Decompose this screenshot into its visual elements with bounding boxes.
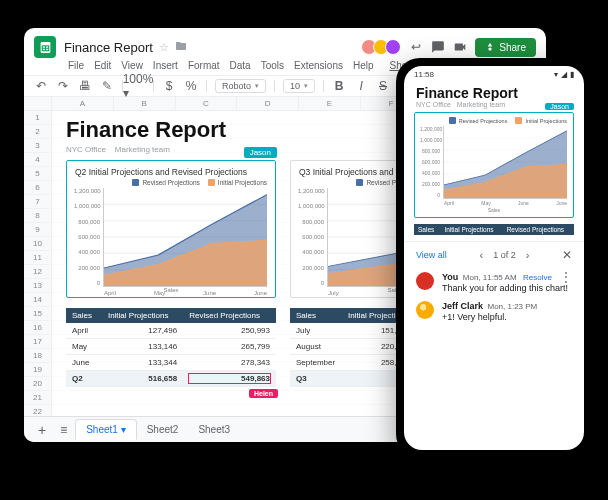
col-header[interactable]: C xyxy=(176,97,238,110)
doc-title-block: Finance Report ☆ xyxy=(64,40,187,55)
row-header[interactable]: 8 xyxy=(24,209,51,223)
zoom-dropdown[interactable]: 100% ▾ xyxy=(131,79,145,93)
comments-list: You Mon, 11:55 AMResolve⋮Thank you for a… xyxy=(404,268,584,450)
comment[interactable]: You Mon, 11:55 AMResolve⋮Thank you for a… xyxy=(416,272,572,293)
row-header[interactable]: 19 xyxy=(24,363,51,377)
table-summary-row[interactable]: Q2516,658549,863 xyxy=(66,371,276,387)
phone-frame: 11:58 ▾ ◢ ▮ Finance Report NYC Office Ma… xyxy=(396,58,592,458)
chart-q2[interactable]: Jason Q2 Initial Projections and Revised… xyxy=(66,160,276,298)
font-family-select[interactable]: Roboto xyxy=(215,79,266,93)
menu-tools[interactable]: Tools xyxy=(261,60,284,71)
menu-format[interactable]: Format xyxy=(188,60,220,71)
row-header[interactable]: 10 xyxy=(24,237,51,251)
next-comment-button[interactable]: › xyxy=(524,249,532,261)
row-header[interactable]: 6 xyxy=(24,181,51,195)
avatar xyxy=(385,39,401,55)
legend-entry: Revised Projections xyxy=(142,179,199,186)
table-row[interactable]: June133,344278,343 xyxy=(66,355,276,371)
comment-more-icon[interactable]: ⋮ xyxy=(556,273,572,281)
col-header[interactable]: D xyxy=(237,97,299,110)
comment-icon[interactable] xyxy=(431,40,445,54)
legend-entry: Revised Projections xyxy=(459,118,508,124)
chart-legend: Revised Projections Initial Projections xyxy=(75,179,267,186)
menu-help[interactable]: Help xyxy=(353,60,374,71)
chart-plot: 1,200,0001,000,000800,000600,000400,0002… xyxy=(443,126,567,199)
comment[interactable]: Jeff Clark Mon, 1:23 PM+1! Very helpful. xyxy=(416,301,572,322)
prev-comment-button[interactable]: ‹ xyxy=(477,249,485,261)
sheets-app-icon xyxy=(34,36,56,58)
row-header[interactable]: 17 xyxy=(24,335,51,349)
redo-icon[interactable]: ↷ xyxy=(56,79,70,93)
all-sheets-button[interactable]: ≡ xyxy=(56,423,71,437)
chart-title: Q2 Initial Projections and Revised Proje… xyxy=(75,167,267,177)
row-header[interactable]: 9 xyxy=(24,223,51,237)
currency-icon[interactable]: $ xyxy=(162,79,176,93)
row-header[interactable]: 4 xyxy=(24,153,51,167)
row-header[interactable]: 2 xyxy=(24,125,51,139)
chart-plot: 1,200,0001,000,000800,000600,000400,0002… xyxy=(103,188,267,287)
row-header[interactable]: 21 xyxy=(24,391,51,405)
menu-edit[interactable]: Edit xyxy=(94,60,111,71)
sheet-tab[interactable]: Sheet2 xyxy=(137,420,189,439)
mobile-title: Finance Report xyxy=(404,83,584,101)
row-header[interactable]: 15 xyxy=(24,307,51,321)
row-header[interactable]: 7 xyxy=(24,195,51,209)
menu-view[interactable]: View xyxy=(121,60,143,71)
close-comments-button[interactable]: ✕ xyxy=(562,248,572,262)
select-all-corner[interactable] xyxy=(24,97,52,110)
table-header: Sales xyxy=(290,308,342,323)
row-header[interactable]: 1 xyxy=(24,111,51,125)
history-icon[interactable]: ↩ xyxy=(409,40,423,54)
comment-body: +1! Very helpful. xyxy=(442,312,572,322)
bold-icon[interactable]: B xyxy=(332,79,346,93)
undo-icon[interactable]: ↶ xyxy=(34,79,48,93)
table-row[interactable]: April127,496250,993 xyxy=(66,323,276,339)
row-header[interactable]: 22 xyxy=(24,405,51,416)
sheet-tab[interactable]: Sheet3 xyxy=(188,420,240,439)
mobile-table: SalesInitial ProjectionsRevised Projecti… xyxy=(414,224,574,235)
menu-extensions[interactable]: Extensions xyxy=(294,60,343,71)
col-header[interactable]: E xyxy=(299,97,361,110)
resolve-button[interactable]: Resolve xyxy=(523,273,552,282)
status-time: 11:58 xyxy=(414,70,434,79)
menu-data[interactable]: Data xyxy=(230,60,251,71)
table-row[interactable]: May133,146265,799 xyxy=(66,339,276,355)
italic-icon[interactable]: I xyxy=(354,79,368,93)
menu-insert[interactable]: Insert xyxy=(153,60,178,71)
add-sheet-button[interactable]: + xyxy=(32,422,52,438)
sheet-tab[interactable]: Sheet1 ▾ xyxy=(75,419,136,440)
row-header[interactable]: 18 xyxy=(24,349,51,363)
row-header[interactable]: 12 xyxy=(24,265,51,279)
chart-legend: Revised Projections Initial Projections xyxy=(421,117,567,124)
titlebar: Finance Report ☆ ↩ Share xyxy=(24,28,546,60)
table-q2[interactable]: SalesInitial ProjectionsRevised Projecti… xyxy=(66,308,276,387)
row-header[interactable]: 16 xyxy=(24,321,51,335)
star-icon[interactable]: ☆ xyxy=(159,41,169,54)
share-button[interactable]: Share xyxy=(475,38,536,57)
move-folder-icon[interactable] xyxy=(175,40,187,55)
mobile-chart[interactable]: Jason Revised Projections Initial Projec… xyxy=(414,112,574,218)
menu-file[interactable]: File xyxy=(68,60,84,71)
doc-title[interactable]: Finance Report xyxy=(64,40,153,55)
x-axis-label: Sales xyxy=(421,207,567,213)
status-bar: 11:58 ▾ ◢ ▮ xyxy=(404,66,584,83)
row-header[interactable]: 20 xyxy=(24,377,51,391)
view-all-link[interactable]: View all xyxy=(416,250,447,260)
strike-icon[interactable]: S xyxy=(376,79,390,93)
font-size-select[interactable]: 10 xyxy=(283,79,315,93)
avatar xyxy=(416,272,434,290)
mobile-subtitle-left: NYC Office xyxy=(416,101,451,108)
row-header[interactable]: 5 xyxy=(24,167,51,181)
row-header[interactable]: 11 xyxy=(24,251,51,265)
col-header[interactable]: B xyxy=(114,97,176,110)
paint-format-icon[interactable]: ✎ xyxy=(100,79,114,93)
meet-icon[interactable] xyxy=(453,40,467,54)
print-icon[interactable]: 🖶 xyxy=(78,79,92,93)
collaborator-avatars[interactable] xyxy=(365,39,401,55)
row-header[interactable]: 3 xyxy=(24,139,51,153)
row-header[interactable]: 14 xyxy=(24,293,51,307)
row-header[interactable]: 13 xyxy=(24,279,51,293)
percent-icon[interactable]: % xyxy=(184,79,198,93)
col-header[interactable]: A xyxy=(52,97,114,110)
comment-pager: ‹ 1 of 2 › xyxy=(477,249,531,261)
